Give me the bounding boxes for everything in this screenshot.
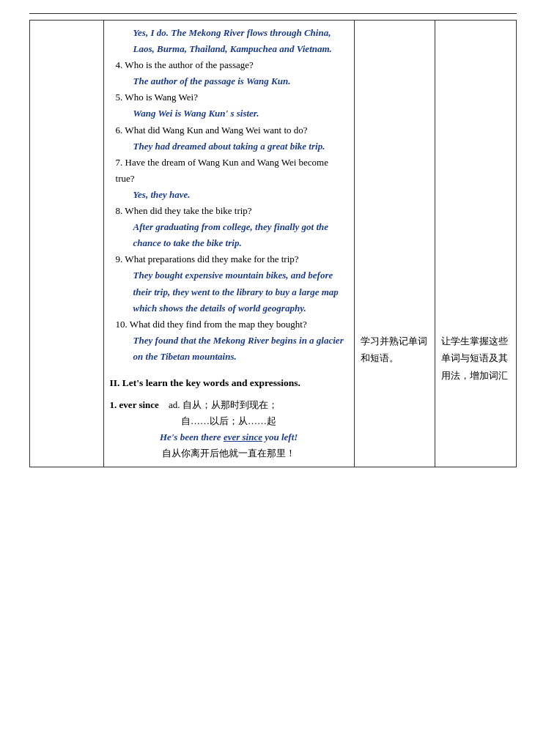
q4-question: 4. Who is the author of the passage? (116, 57, 348, 73)
vocab1-translation: 自从你离开后他就一直在那里！ (110, 445, 348, 462)
q9-question: 9. What preparations did they make for t… (116, 251, 348, 267)
main-column: Yes, I do. The Mekong River flows throug… (103, 21, 354, 467)
vocab1-example: He's been there ever since you left! (110, 429, 348, 445)
q9-answer: They bought expensive mountain bikes, an… (133, 267, 348, 316)
q10-answer-text: They found that the Mekong River begins … (133, 335, 344, 362)
top-divider (29, 13, 517, 14)
q10-answer: They found that the Mekong River begins … (133, 333, 348, 365)
vocab-item-1: 1. ever since ad. 自从；从那时到现在； (110, 396, 348, 413)
q7-answer: Yes, they have. (133, 187, 348, 203)
q8-answer: After graduating from college, they fina… (133, 219, 348, 251)
q7-answer-text: Yes, they have. (133, 189, 191, 200)
left-column (30, 21, 104, 467)
right-column-1: 学习并熟记单词和短语。 (354, 21, 435, 467)
q8-answer-text: After graduating from college, they fina… (133, 221, 329, 248)
right-col1-text: 学习并熟记单词和短语。 (361, 333, 429, 367)
q5-answer: Wang Wei is Wang Kun' s sister. (133, 105, 348, 122)
q5-question-text: 5. Who is Wang Wei? (116, 92, 198, 103)
right-column-2: 让学生掌握这些单词与短语及其用法，增加词汇 (435, 21, 517, 467)
right-col2-text: 让学生掌握这些单词与短语及其用法，增加词汇 (441, 333, 510, 384)
vocab1-pos: ad. 自从；从那时到现在； (169, 399, 278, 410)
vocab1-label: 1. ever since (110, 399, 162, 410)
main-table: Yes, I do. The Mekong River flows throug… (29, 20, 517, 467)
intro-answer-text: Yes, I do. The Mekong River flows throug… (133, 27, 332, 54)
q4-question-text: 4. Who is the author of the passage? (116, 59, 254, 70)
q8-question: 8. When did they take the bike trip? (116, 203, 348, 219)
q5-question: 5. Who is Wang Wei? (116, 89, 348, 105)
q4-answer: The author of the passage is Wang Kun. (133, 73, 348, 89)
section2-heading: II. Let's learn the key words and expres… (110, 375, 348, 392)
section2: II. Let's learn the key words and expres… (110, 375, 348, 462)
q8-question-text: 8. When did they take the bike trip? (116, 205, 252, 216)
q5-answer-text: Wang Wei is Wang Kun' s sister. (133, 108, 259, 119)
q7-question-text: 7. Have the dream of Wang Kun and Wang W… (116, 157, 328, 184)
q9-question-text: 9. What preparations did they make for t… (116, 253, 299, 264)
q4-answer-text: The author of the passage is Wang Kun. (133, 75, 291, 86)
q10-question: 10. What did they find from the map they… (116, 316, 348, 333)
q6-question-text: 6. What did Wang Kun and Wang Wei want t… (116, 125, 308, 136)
q6-question: 6. What did Wang Kun and Wang Wei want t… (116, 122, 348, 138)
ever-since-highlight: ever since (224, 431, 262, 442)
q7-question: 7. Have the dream of Wang Kun and Wang W… (116, 155, 348, 187)
q10-question-text: 10. What did they find from the map they… (116, 319, 307, 330)
q6-answer: They had dreamed about taking a great bi… (133, 138, 348, 155)
q9-answer-text: They bought expensive mountain bikes, an… (133, 270, 339, 313)
intro-answer: Yes, I do. The Mekong River flows throug… (133, 25, 348, 57)
q6-answer-text: They had dreamed about taking a great bi… (133, 141, 325, 152)
main-content-area: Yes, I do. The Mekong River flows throug… (110, 25, 348, 462)
vocab1-cn: 自……以后；从……起 (110, 413, 348, 429)
